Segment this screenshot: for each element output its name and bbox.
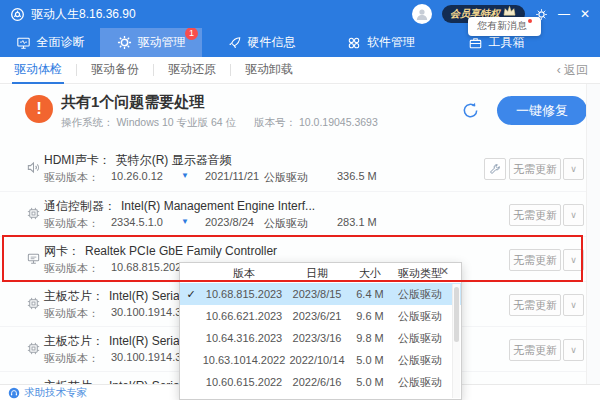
- option-version: 10.68.815.2023: [202, 288, 286, 300]
- chevron-down-icon[interactable]: ∨: [563, 158, 584, 180]
- version-option[interactable]: 10.60.615.2022 2022/6/16 5.0 M 公版驱动: [180, 371, 461, 393]
- driver-type: 主板芯片：: [44, 334, 104, 348]
- version-dropdown-popup: ✕ 版本 日期 大小 驱动类型 ✓ 10.68.815.2023 2023/8/…: [179, 262, 462, 400]
- gear-icon: [117, 35, 132, 50]
- driver-type: 主板芯片：: [44, 289, 104, 303]
- popup-col-size: 大小: [348, 266, 392, 281]
- nav-tab-full-diagnosis[interactable]: 全面诊断: [0, 28, 100, 57]
- driver-row-hdmi-audio: HDMI声卡：英特尔(R) 显示器音频 驱动版本： 10.26.0.12 ▼ 2…: [0, 146, 600, 191]
- popup-scrollbar-thumb[interactable]: [454, 287, 459, 342]
- version-option[interactable]: 10.63.1014.2022 2022/10/14 5.0 M 公版驱动: [180, 349, 461, 371]
- subtab-driver-uninstall[interactable]: 驱动卸载: [231, 57, 307, 84]
- nav-tab-label: 全面诊断: [37, 34, 85, 51]
- driver-type: HDMI声卡：: [44, 153, 111, 167]
- chip-icon: [26, 206, 41, 221]
- nav-tab-software-management[interactable]: 软件管理: [320, 28, 442, 57]
- option-type: 公版驱动: [392, 375, 448, 390]
- scrollbar[interactable]: [586, 84, 600, 385]
- popup-scrollbar[interactable]: [452, 284, 460, 398]
- popup-col-date: 日期: [286, 266, 348, 281]
- version-label: 驱动版本：: [44, 351, 111, 366]
- nav-tab-label: 驱动管理: [138, 34, 186, 51]
- speaker-icon: [26, 160, 41, 175]
- driver-type: 通信控制器：: [44, 199, 116, 213]
- no-update-needed-button[interactable]: 无需更新: [509, 294, 561, 316]
- notification-dot: [528, 19, 532, 23]
- help-expert-link[interactable]: 求助技术专家: [8, 386, 87, 400]
- option-version: 10.64.316.2023: [202, 332, 286, 344]
- network-adapter-icon: [26, 251, 41, 266]
- option-type: 公版驱动: [392, 331, 448, 346]
- driver-name: Realtek PCIe GbE Family Controller: [85, 244, 277, 258]
- app-logo-icon: [10, 7, 25, 22]
- check-icon: ✓: [180, 288, 202, 301]
- system-info: 操作系统： Windows 10 专业版 64 位 版本号： 10.0.1904…: [61, 116, 378, 130]
- option-size: 9.6 M: [348, 310, 392, 322]
- popup-close-icon[interactable]: ✕: [440, 265, 449, 278]
- no-update-needed-button[interactable]: 无需更新: [509, 249, 561, 271]
- driver-size: 336.5 M: [337, 170, 397, 185]
- option-version: 10.63.1014.2022: [202, 354, 286, 366]
- driver-name: Intel(R) Management Engine Interf...: [121, 199, 315, 213]
- one-click-fix-button[interactable]: 一键修复: [497, 96, 587, 125]
- chip-icon: [26, 341, 41, 356]
- nav-tab-label: 软件管理: [367, 34, 415, 51]
- chevron-down-icon[interactable]: ∨: [563, 339, 584, 361]
- version-label: 驱动版本：: [44, 170, 111, 185]
- new-message-tooltip[interactable]: 您有新消息: [468, 17, 541, 36]
- no-update-needed-button[interactable]: 无需更新: [509, 204, 561, 226]
- nav-tab-hardware-info[interactable]: 硬件信息: [202, 28, 320, 57]
- sub-tabs: 驱动体检 驱动备份 驱动还原 驱动卸载 ‹ 返回: [0, 57, 600, 84]
- subtab-driver-restore[interactable]: 驱动还原: [154, 57, 230, 84]
- option-version: 10.66.621.2023: [202, 310, 286, 322]
- version-option[interactable]: 10.64.316.2023 2023/3/16 9.8 M 公版驱动: [180, 327, 461, 349]
- wrench-button[interactable]: [484, 158, 506, 180]
- new-message-tooltip-label: 您有新消息: [477, 20, 527, 31]
- software-grid-icon: [347, 36, 361, 50]
- option-size: 9.8 M: [348, 332, 392, 344]
- chevron-down-icon[interactable]: ∨: [563, 204, 584, 226]
- option-size: 5.0 M: [348, 354, 392, 366]
- driver-channel: 公版驱动: [264, 216, 337, 231]
- back-link[interactable]: ‹ 返回: [557, 62, 588, 79]
- version-dropdown-caret[interactable]: ▼: [181, 170, 205, 185]
- close-button[interactable]: ✕: [580, 0, 590, 28]
- nav-tab-driver-management[interactable]: 驱动管理 1: [100, 28, 202, 57]
- headset-icon: [8, 387, 20, 399]
- version-label: 驱动版本：: [44, 261, 111, 276]
- crown-icon: [502, 5, 517, 17]
- subtab-driver-backup[interactable]: 驱动备份: [77, 57, 153, 84]
- chevron-down-icon[interactable]: ∨: [563, 294, 584, 316]
- build-number: 版本号： 10.0.19045.3693: [254, 116, 378, 130]
- summary-title: 共有1个问题需要处理: [61, 93, 204, 112]
- driver-date: 2023/8/24: [205, 216, 264, 231]
- driver-name: 英特尔(R) 显示器音频: [116, 153, 232, 167]
- option-type: 公版驱动: [392, 287, 448, 302]
- app-title: 驱动人生8.16.36.90: [31, 6, 136, 23]
- chevron-down-icon[interactable]: ∨: [563, 249, 584, 271]
- avatar[interactable]: [412, 4, 432, 24]
- chip-icon: [26, 296, 41, 311]
- help-expert-label: 求助技术专家: [24, 386, 87, 400]
- subtab-driver-checkup[interactable]: 驱动体检: [0, 57, 76, 84]
- option-size: 5.0 M: [348, 376, 392, 388]
- rocket-icon: [227, 36, 242, 50]
- version-option[interactable]: 10.60.615.2022 2022/6/15 12.6 M 公版驱动: [180, 393, 461, 400]
- refresh-icon[interactable]: [461, 101, 480, 120]
- driver-version: 10.26.0.12: [111, 170, 181, 185]
- version-label: 驱动版本：: [44, 306, 111, 321]
- issue-count-badge: 1: [185, 27, 198, 40]
- no-update-needed-button[interactable]: 无需更新: [509, 158, 561, 180]
- option-version: 10.60.615.2022: [202, 376, 286, 388]
- popup-col-version: 版本: [202, 266, 286, 281]
- version-dropdown-caret[interactable]: ▼: [181, 216, 205, 231]
- driver-version: 30.100.1914.3: [111, 351, 181, 366]
- version-option[interactable]: 10.66.621.2023 2023/6/21 9.6 M 公版驱动: [180, 305, 461, 327]
- option-type: 公版驱动: [392, 397, 448, 400]
- version-option-selected[interactable]: ✓ 10.68.815.2023 2023/8/15 6.4 M 公版驱动: [180, 283, 461, 305]
- driver-channel: 公版驱动: [264, 170, 337, 185]
- minimize-button[interactable]: —: [558, 0, 570, 28]
- option-type: 公版驱动: [392, 309, 448, 324]
- option-size: 6.4 M: [348, 288, 392, 300]
- no-update-needed-button[interactable]: 无需更新: [509, 339, 561, 361]
